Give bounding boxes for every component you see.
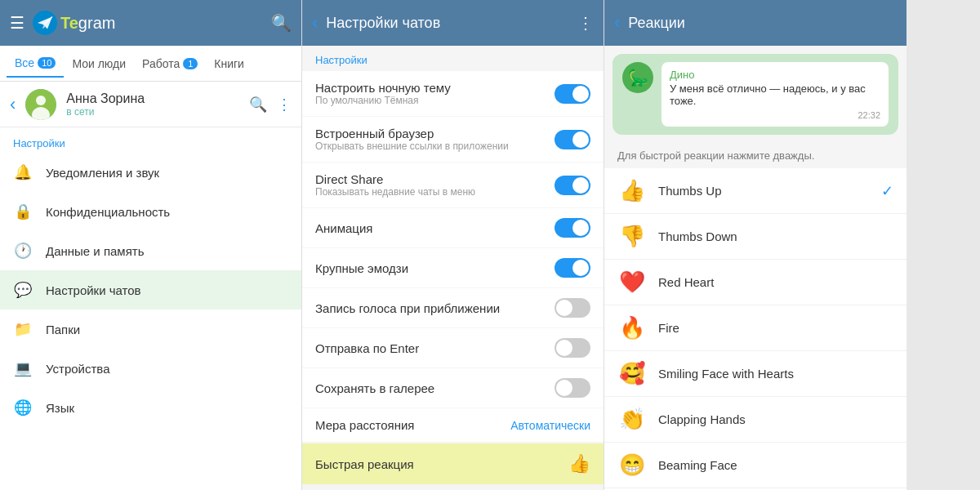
- setting-direct-share[interactable]: Direct Share Показывать недавние чаты в …: [302, 163, 604, 207]
- more-user-icon[interactable]: ⋮: [277, 96, 292, 114]
- chat-icon: 💬: [13, 280, 33, 300]
- settings-item-folders[interactable]: 📁 Папки: [0, 310, 301, 349]
- large-emoji-toggle[interactable]: [555, 258, 590, 278]
- send-enter-toggle[interactable]: [555, 338, 590, 358]
- night-theme-sub: По умолчанию Тёмная: [315, 95, 546, 106]
- user-info: Анна Зорина в сети: [66, 91, 239, 118]
- beaming-emoji: 😁: [617, 452, 647, 478]
- data-icon: 🕐: [13, 241, 33, 261]
- search-user-icon[interactable]: 🔍: [249, 96, 267, 114]
- animation-label: Анимация: [315, 221, 546, 235]
- setting-save-gallery[interactable]: Сохранять в галерее: [302, 368, 604, 408]
- tab-books[interactable]: Книги: [206, 51, 252, 77]
- notifications-icon: 🔔: [13, 163, 33, 182]
- night-theme-label: Настроить ночную тему: [315, 81, 546, 95]
- direct-share-toggle[interactable]: [555, 176, 590, 195]
- panel3-back-button[interactable]: ‹: [614, 12, 620, 33]
- panel-1-header: ☰ Tegram 🔍: [0, 0, 301, 46]
- save-gallery-toggle[interactable]: [555, 378, 590, 398]
- reaction-thumbs-down[interactable]: 👎 Thumbs Down: [604, 214, 906, 260]
- reaction-beaming[interactable]: 😁 Beaming Face: [604, 443, 906, 488]
- message-bubble: Дино У меня всё отлично — надеюсь, и у в…: [662, 62, 889, 127]
- save-gallery-label: Сохранять в галерее: [315, 381, 546, 395]
- clapping-name: Clapping Hands: [658, 412, 893, 426]
- reaction-smiling-hearts[interactable]: 🥰 Smiling Face with Hearts: [604, 351, 906, 397]
- setting-large-emoji[interactable]: Крупные эмодзи: [302, 248, 604, 287]
- chat-label: Настройки чатов: [46, 283, 141, 297]
- browser-toggle[interactable]: [555, 130, 590, 149]
- user-name: Анна Зорина: [66, 91, 239, 106]
- night-theme-toggle[interactable]: [555, 84, 590, 104]
- setting-night-theme[interactable]: Настроить ночную тему По умолчанию Тёмна…: [302, 71, 604, 116]
- reaction-fire[interactable]: 🔥 Fire: [604, 305, 906, 351]
- fire-name: Fire: [658, 321, 893, 335]
- privacy-label: Конфиденциальность: [46, 205, 170, 219]
- user-status: в сети: [66, 106, 239, 118]
- browser-label: Встроенный браузер: [315, 127, 546, 140]
- header-actions: 🔍 ⋮: [249, 96, 292, 114]
- settings-item-data[interactable]: 🕐 Данные и память: [0, 231, 301, 270]
- send-enter-label: Отправка по Enter: [315, 341, 546, 355]
- thumbs-up-checkmark: ✓: [881, 182, 893, 200]
- reactions-list: 👍 Thumbs Up ✓ 👎 Thumbs Down ❤️ Red Heart…: [604, 168, 906, 490]
- folders-label: Папки: [46, 323, 80, 336]
- panel-3-title: Реакции: [628, 15, 897, 32]
- devices-label: Устройства: [46, 362, 109, 376]
- thumbs-up-emoji: 👍: [617, 178, 647, 203]
- message-sender: Дино: [670, 69, 880, 81]
- fire-emoji: 🔥: [617, 315, 647, 341]
- quick-reaction-label: Быстрая реакция: [315, 457, 560, 471]
- search-icon[interactable]: 🔍: [271, 13, 292, 33]
- panel-2-title: Настройки чатов: [326, 15, 569, 32]
- tab-my-people[interactable]: Мои люди: [64, 51, 134, 77]
- setting-voice-record[interactable]: Запись голоса при приближении: [302, 288, 604, 327]
- direct-share-label: Direct Share: [315, 172, 546, 186]
- setting-distance[interactable]: Мера расстояния Автоматически: [302, 408, 604, 442]
- panel2-back-button[interactable]: ‹: [312, 12, 318, 33]
- message-preview: 🦕 Дино У меня всё отлично — надеюсь, и у…: [612, 54, 898, 135]
- setting-animation[interactable]: Анимация: [302, 208, 604, 247]
- settings-item-notifications[interactable]: 🔔 Уведомления и звук: [0, 153, 301, 192]
- panel-2-chat-settings: ‹ Настройки чатов ⋮ Настройки Настроить …: [302, 0, 604, 490]
- setting-send-enter[interactable]: Отправка по Enter: [302, 328, 604, 368]
- quick-hint: Для быстрой реакции нажмите дважды.: [604, 143, 906, 168]
- user-settings-header: ‹ Анна Зорина в сети 🔍 ⋮: [0, 82, 301, 127]
- thumbs-up-name: Thumbs Up: [658, 184, 870, 198]
- panel2-more-icon[interactable]: ⋮: [577, 13, 594, 33]
- svg-point-3: [36, 96, 46, 105]
- large-emoji-label: Крупные эмодзи: [315, 261, 546, 275]
- avatar: [25, 89, 56, 120]
- folders-icon: 📁: [13, 319, 33, 339]
- reaction-clapping[interactable]: 👏 Clapping Hands: [604, 397, 906, 443]
- animation-toggle[interactable]: [555, 218, 590, 238]
- panel2-section-label: Настройки: [302, 46, 604, 71]
- settings-item-devices[interactable]: 💻 Устройства: [0, 349, 301, 388]
- settings-item-chat[interactable]: 💬 Настройки чатов: [0, 270, 301, 310]
- settings-item-privacy[interactable]: 🔒 Конфиденциальность: [0, 192, 301, 231]
- data-label: Данные и память: [46, 244, 145, 258]
- settings-item-language[interactable]: 🌐 Язык: [0, 388, 301, 427]
- message-text: У меня всё отлично — надеюсь, и у вас то…: [670, 82, 880, 107]
- voice-record-toggle[interactable]: [555, 298, 590, 318]
- browser-sub: Открывать внешние ссылки в приложении: [315, 140, 546, 152]
- settings-category-label: Настройки: [0, 127, 301, 153]
- quick-reaction-row[interactable]: Быстрая реакция 👍: [302, 443, 604, 484]
- reaction-thumbs-up[interactable]: 👍 Thumbs Up ✓: [604, 168, 906, 214]
- voice-record-label: Запись голоса при приближении: [315, 301, 546, 315]
- tab-work[interactable]: Работа 1: [134, 51, 206, 77]
- devices-icon: 💻: [13, 359, 33, 378]
- message-avatar: 🦕: [622, 62, 653, 93]
- panel-2-header: ‹ Настройки чатов ⋮: [302, 0, 604, 46]
- tab-work-badge: 1: [183, 58, 198, 69]
- back-button[interactable]: ‹: [10, 94, 16, 115]
- setting-browser[interactable]: Встроенный браузер Открывать внешние ссы…: [302, 117, 604, 162]
- panel-3-header: ‹ Реакции: [604, 0, 906, 46]
- hamburger-icon[interactable]: ☰: [10, 13, 24, 33]
- reaction-red-heart[interactable]: ❤️ Red Heart: [604, 260, 906, 305]
- red-heart-emoji: ❤️: [617, 270, 647, 295]
- tab-all[interactable]: Все 10: [7, 50, 64, 78]
- tabs-row: Все 10 Мои люди Работа 1 Книги: [0, 46, 301, 82]
- quick-reaction-emoji: 👍: [568, 453, 590, 474]
- distance-value: Автоматически: [510, 419, 590, 432]
- panel-3-reactions: ‹ Реакции 🦕 Дино У меня всё отлично — на…: [604, 0, 906, 490]
